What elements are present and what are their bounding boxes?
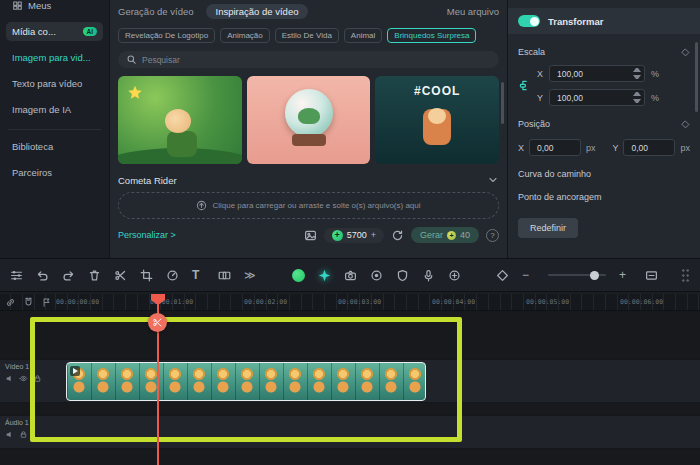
scale-y-input[interactable] [550, 90, 644, 105]
sidebar-item-imagem-para-video[interactable]: Imagem para vid... [6, 48, 103, 67]
audio-track-row: Áudio 1 [0, 415, 700, 449]
star-icon [126, 84, 144, 102]
timecode: 00:00:00:00 [56, 298, 99, 306]
mask-shield-icon[interactable] [396, 269, 409, 282]
keyframe-diamond-icon[interactable] [681, 120, 690, 129]
scale-label: Escala [518, 47, 545, 57]
sidebar-item-midia[interactable]: Mídia co... AI [6, 22, 103, 41]
sidebar-item-parceiros[interactable]: Parceiros [6, 163, 103, 182]
category-revelacao-de-logotipo[interactable]: Revelação De Logotipo [118, 28, 215, 43]
tab-geracao-de-video[interactable]: Geração de vídeo [118, 6, 194, 17]
link-xy-icon[interactable] [518, 66, 531, 106]
credits-pill[interactable]: 5700 + [324, 228, 384, 243]
split-scissors-icon[interactable] [114, 269, 127, 282]
delete-icon[interactable] [88, 269, 101, 282]
position-x-field [529, 139, 581, 156]
sidebar-item-imagem-de-ia[interactable]: Imagem de IA [6, 100, 103, 119]
position-y-unit: px [680, 143, 690, 153]
template-thumbnail-3[interactable]: #COOL [375, 76, 499, 164]
hide-track-icon[interactable] [19, 374, 28, 383]
search-bar[interactable] [118, 51, 499, 68]
position-x-input[interactable] [530, 140, 580, 155]
personalize-link[interactable]: Personalizar > [118, 230, 176, 240]
render-preview-icon[interactable] [448, 269, 461, 282]
zoom-out-icon[interactable] [522, 269, 535, 282]
help-button[interactable]: ? [486, 229, 499, 242]
template-section-header[interactable]: Cometa Rider [118, 174, 499, 186]
snapshot-camera-icon[interactable] [344, 269, 357, 282]
timeline-ruler[interactable]: 00:00:00:00 00:00:01:00 00:00:02:00 00:0… [0, 294, 700, 311]
stepper-up-icon[interactable] [633, 68, 641, 72]
position-y-input[interactable] [624, 140, 674, 155]
stepper-down-icon[interactable] [633, 75, 641, 79]
magnet-icon[interactable] [23, 297, 34, 308]
chroma-key-icon[interactable] [292, 269, 305, 282]
category-brinquedos-surpresa[interactable]: Brinquedos Surpresa [387, 28, 476, 43]
timeline-tracks: Vídeo 1 Áudio 1 [0, 311, 700, 465]
generate-button[interactable]: Gerar 40 [411, 227, 479, 243]
reset-button[interactable]: Redefinir [518, 218, 578, 238]
video-clip[interactable] [66, 362, 426, 401]
browser-scrollbar[interactable] [501, 82, 504, 124]
keyframe-diamond-icon[interactable] [681, 48, 690, 57]
video-track-name: Vídeo 1 [5, 363, 53, 370]
video-track-header: Vídeo 1 [0, 360, 58, 402]
zoom-slider-handle[interactable] [590, 271, 599, 280]
sidebar-item-texto-para-video[interactable]: Texto para vídeo [6, 74, 103, 93]
ai-badge: AI [83, 27, 98, 36]
anchor-point-row[interactable]: Ponto de ancoragem [518, 192, 690, 202]
mute-track-icon[interactable] [5, 374, 14, 383]
tab-inspiracao-de-video[interactable]: Inspiração de vídeo [206, 4, 309, 19]
panel-drag-handle[interactable] [681, 268, 690, 283]
video-editor-app: Meus Mídia co... AI Imagem para vid... T… [0, 0, 700, 465]
position-inputs-group: X px Y px [518, 139, 690, 156]
stepper-up-icon[interactable] [633, 92, 641, 96]
position-row: Posição [518, 119, 690, 129]
tab-meu-arquivo[interactable]: Meu arquivo [447, 6, 499, 17]
upload-dropzone[interactable]: Clique para carregar ou arraste e solte … [118, 192, 499, 219]
sidebar-item-label: Imagem de IA [12, 104, 71, 115]
fit-timeline-icon[interactable] [645, 269, 658, 282]
keyframe-diamond-icon[interactable] [496, 269, 509, 282]
transition-icon[interactable] [218, 269, 231, 282]
properties-scrollbar[interactable] [695, 42, 698, 112]
crop-icon[interactable] [140, 269, 153, 282]
voiceover-mic-icon[interactable] [422, 269, 435, 282]
scale-x-input[interactable] [550, 66, 644, 81]
sidebar-item-label: Biblioteca [12, 141, 53, 152]
sidebar-item-label: Meus [28, 0, 51, 11]
category-animacao[interactable]: Animação [220, 28, 270, 43]
reference-image-icon[interactable] [304, 229, 317, 242]
more-tools-icon[interactable] [244, 269, 257, 282]
category-estilo-de-vida[interactable]: Estilo De Vida [275, 28, 339, 43]
speed-icon[interactable] [166, 269, 179, 282]
undo-icon[interactable] [36, 269, 49, 282]
sidebar-item-meus[interactable]: Meus [6, 0, 103, 15]
zoom-slider[interactable] [548, 274, 606, 276]
chevron-down-icon [487, 174, 499, 186]
zoom-in-icon[interactable] [619, 269, 632, 282]
lock-track-icon[interactable] [33, 374, 42, 383]
adjust-sliders-icon[interactable] [10, 269, 23, 282]
toolbar-left-group [10, 269, 257, 282]
timecode: 00:00:02:00 [244, 298, 287, 306]
template-thumbnail-1[interactable] [118, 76, 242, 164]
search-input[interactable] [142, 55, 491, 65]
transform-toggle[interactable] [518, 15, 540, 27]
marker-flag-icon[interactable] [41, 297, 52, 308]
playhead-scissors-button[interactable] [148, 313, 167, 332]
mute-track-icon[interactable] [5, 430, 14, 439]
sidebar-item-biblioteca[interactable]: Biblioteca [6, 137, 103, 156]
category-animal[interactable]: Animal [344, 28, 382, 43]
redo-icon[interactable] [62, 269, 75, 282]
text-tool-icon[interactable] [192, 269, 205, 282]
record-icon[interactable] [370, 269, 383, 282]
link-clips-icon[interactable] [5, 297, 16, 308]
browser-footer: Personalizar > 5700 + Gerar 40 [118, 227, 499, 243]
stepper-down-icon[interactable] [633, 99, 641, 103]
path-curve-row[interactable]: Curva do caminho [518, 169, 690, 179]
effects-icon[interactable] [318, 269, 331, 282]
template-thumbnail-2[interactable] [247, 76, 371, 164]
lock-track-icon[interactable] [19, 430, 28, 439]
refresh-icon[interactable] [391, 229, 404, 242]
